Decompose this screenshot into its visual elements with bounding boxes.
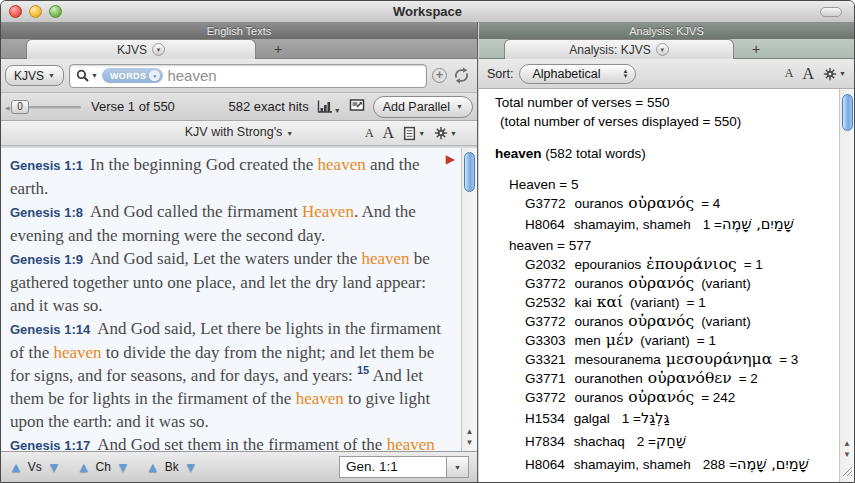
strongs-number: G3772 bbox=[525, 390, 566, 405]
sort-select[interactable]: Alphabetical ▲▼ bbox=[519, 64, 636, 84]
scroll-down-icon[interactable]: ▼ bbox=[466, 437, 474, 448]
text-scrollbar-thumb[interactable] bbox=[464, 152, 475, 192]
lemma-greek: μεσουράνημα bbox=[666, 350, 772, 368]
new-tab-button[interactable]: + bbox=[263, 39, 293, 59]
transliteration: ouranos bbox=[575, 276, 624, 291]
search-hit: heaven bbox=[318, 155, 366, 174]
occurrence-count: = 1 bbox=[744, 257, 763, 272]
occurrence-count: = 288 bbox=[703, 457, 737, 472]
verse-down-icon[interactable]: ▼ bbox=[47, 460, 61, 474]
right-zone-header[interactable]: Analysis: KJVS bbox=[479, 23, 854, 39]
status-bar: ◀ 0 Verse 1 of 550 582 exact hits ▼ Add … bbox=[1, 93, 477, 121]
search-input[interactable]: ▼ WORDS ▼ heaven bbox=[69, 64, 427, 88]
variant-note: (variant) bbox=[640, 333, 690, 348]
display-settings-icon[interactable]: ▼ bbox=[403, 126, 425, 141]
text-pane: English Texts KJVS ▼ + KJVS ▼ ▼ WORDS ▼ bbox=[1, 23, 478, 482]
lemma-greek: ἐπουράνιος bbox=[646, 255, 736, 273]
search-icon[interactable]: ▼ bbox=[76, 69, 98, 83]
scroll-up-icon[interactable]: ▲ bbox=[466, 426, 474, 437]
occurrence-count: = 1 bbox=[622, 411, 641, 426]
slider-thumb[interactable]: 0 bbox=[11, 100, 29, 114]
new-tab-button[interactable]: + bbox=[741, 39, 771, 59]
transliteration: epouranios bbox=[575, 257, 642, 272]
reference-dropdown-icon[interactable]: ▼ bbox=[447, 456, 469, 478]
research-cycle-icon[interactable] bbox=[452, 67, 471, 84]
hit-marker-icon[interactable]: ▶ bbox=[446, 152, 455, 166]
verse-up-icon[interactable]: ▲ bbox=[9, 460, 23, 474]
verse-list: Genesis 1:1In the beginning God created … bbox=[10, 153, 449, 451]
strongs-number: H8064 bbox=[525, 457, 565, 472]
search-query-text: heaven bbox=[167, 67, 216, 84]
analysis-entry: H7834shachaqשַׁחַק= 2 bbox=[479, 430, 837, 453]
search-bar: KJVS ▼ ▼ WORDS ▼ heaven + bbox=[1, 59, 477, 93]
search-hit: heaven bbox=[53, 343, 101, 362]
add-search-term-icon[interactable]: + bbox=[432, 68, 447, 83]
book-up-icon[interactable]: ▲ bbox=[146, 460, 160, 474]
verse: Genesis 1:8And God called the firmament … bbox=[10, 200, 449, 247]
verse: Genesis 1:9And God said, Let the waters … bbox=[10, 247, 449, 317]
analysis-entry: H8064shamayim, shamehשָׁמַיִם, שָׁמֶה= 1 bbox=[479, 213, 837, 236]
chapter-up-icon[interactable]: ▲ bbox=[77, 460, 91, 474]
lemma-hebrew: גַּלְגַּל bbox=[641, 410, 669, 426]
caret-down-icon: ▼ bbox=[450, 130, 457, 137]
caret-down-icon: ▼ bbox=[286, 130, 293, 137]
verse-reference[interactable]: Genesis 1:9 bbox=[10, 252, 83, 267]
details-workspace-icon[interactable] bbox=[349, 98, 365, 115]
decrease-font-button[interactable]: A bbox=[785, 66, 794, 81]
gear-menu-icon[interactable]: ▼ bbox=[434, 126, 457, 140]
occurrence-count: = 2 bbox=[739, 371, 758, 386]
analysis-scrollbar[interactable]: ▲ ▼ bbox=[839, 89, 854, 482]
verse-reference[interactable]: Genesis 1:1 bbox=[10, 158, 83, 173]
left-zone-header[interactable]: English Texts bbox=[1, 23, 477, 39]
search-hit: heaven bbox=[296, 389, 344, 408]
analysis-pane: Analysis: KJVS Analysis: KJVS ▼ + Sort: … bbox=[479, 23, 854, 482]
verse-nav-bar: ▲ Vs ▼ ▲ Ch ▼ ▲ Bk ▼ Gen. 1:1 ▼ bbox=[1, 451, 477, 482]
increase-font-button[interactable]: A bbox=[383, 124, 395, 142]
analysis-graph-icon[interactable]: ▼ bbox=[317, 100, 341, 114]
resize-grip[interactable] bbox=[840, 463, 853, 481]
strongs-number: H8065 bbox=[525, 480, 565, 482]
analysis-entry: G2532kaiκαί(variant)= 1 bbox=[479, 293, 837, 312]
variant-note: (variant) bbox=[701, 276, 751, 291]
gear-menu-icon[interactable]: ▼ bbox=[823, 67, 846, 81]
tab-menu-icon[interactable]: ▼ bbox=[656, 43, 669, 56]
occurrence-count: = 35 bbox=[644, 480, 671, 482]
tab-kjvs[interactable]: KJVS ▼ bbox=[26, 39, 256, 59]
book-down-icon[interactable]: ▼ bbox=[184, 460, 198, 474]
bible-text-area: Genesis 1:1In the beginning God created … bbox=[1, 148, 477, 451]
word-count-suffix: (582 total words) bbox=[542, 146, 646, 161]
verse-displayed-line: (total number of verses displayed = 550) bbox=[479, 112, 837, 131]
strongs-number: G2532 bbox=[525, 295, 566, 310]
search-hit: heaven bbox=[387, 435, 435, 451]
analysis-entry: H8065shamayinשְׁמַיִן= 35 bbox=[479, 476, 837, 482]
caret-down-icon: ▼ bbox=[839, 70, 846, 77]
scroll-down-icon[interactable]: ▼ bbox=[843, 449, 851, 460]
search-scope-pill[interactable]: WORDS ▼ bbox=[102, 68, 164, 83]
add-parallel-button[interactable]: Add Parallel ▼ bbox=[373, 96, 473, 118]
analysis-entry: G2032epouraniosἐπουράνιος= 1 bbox=[479, 255, 837, 274]
left-tab-row: KJVS ▼ + bbox=[1, 39, 477, 59]
text-scrollbar[interactable]: ▲ ▼ bbox=[461, 148, 477, 451]
decrease-font-button[interactable]: A bbox=[365, 126, 374, 141]
module-select-button[interactable]: KJVS ▼ bbox=[5, 65, 64, 86]
verse-number: 15 bbox=[357, 364, 369, 376]
slider-left-arrow-icon[interactable]: ◀ bbox=[5, 104, 10, 111]
variant-note: (variant) bbox=[701, 314, 751, 329]
scroll-up-icon[interactable]: ▲ bbox=[843, 438, 851, 449]
verse-reference[interactable]: Genesis 1:8 bbox=[10, 205, 83, 220]
chapter-down-icon[interactable]: ▼ bbox=[116, 460, 130, 474]
strongs-number: G3321 bbox=[525, 352, 566, 367]
increase-font-button[interactable]: A bbox=[803, 65, 815, 83]
verse-reference[interactable]: Genesis 1:14 bbox=[10, 322, 90, 337]
analysis-entry: H8064shamayim, shamehשָׁמַיִם, שָׁמֶה= 2… bbox=[479, 453, 837, 476]
verse-reference[interactable]: Genesis 1:17 bbox=[10, 438, 90, 451]
reference-input[interactable]: Gen. 1:1 bbox=[339, 456, 447, 478]
analysis-scrollbar-thumb[interactable] bbox=[842, 94, 853, 131]
transliteration: mesouranema bbox=[575, 352, 661, 367]
tab-analysis[interactable]: Analysis: KJVS ▼ bbox=[504, 39, 734, 59]
occurrence-count: = 1 bbox=[697, 333, 716, 348]
word-summary-line: heaven (582 total words) bbox=[479, 144, 837, 163]
tab-menu-icon[interactable]: ▼ bbox=[152, 43, 165, 56]
hit-context-slider[interactable]: ◀ 0 bbox=[5, 99, 83, 115]
toolbar-toggle-icon[interactable] bbox=[820, 7, 842, 17]
